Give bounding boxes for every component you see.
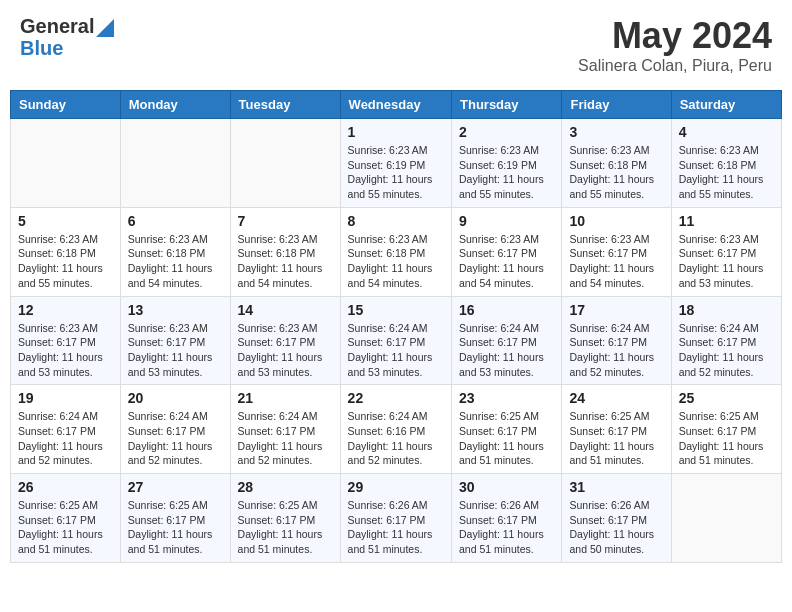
day-info: Sunrise: 6:25 AM Sunset: 6:17 PM Dayligh… [679,409,774,468]
day-info: Sunrise: 6:23 AM Sunset: 6:17 PM Dayligh… [459,232,554,291]
calendar-cell: 17Sunrise: 6:24 AM Sunset: 6:17 PM Dayli… [562,296,671,385]
calendar-week-row: 1Sunrise: 6:23 AM Sunset: 6:19 PM Daylig… [11,119,782,208]
title-section: May 2024 Salinera Colan, Piura, Peru [578,15,772,75]
day-info: Sunrise: 6:23 AM Sunset: 6:17 PM Dayligh… [18,321,113,380]
calendar-cell [11,119,121,208]
weekday-header-sunday: Sunday [11,91,121,119]
calendar-cell: 1Sunrise: 6:23 AM Sunset: 6:19 PM Daylig… [340,119,451,208]
day-info: Sunrise: 6:24 AM Sunset: 6:17 PM Dayligh… [459,321,554,380]
day-number: 11 [679,213,774,229]
calendar-cell: 12Sunrise: 6:23 AM Sunset: 6:17 PM Dayli… [11,296,121,385]
weekday-header-saturday: Saturday [671,91,781,119]
day-info: Sunrise: 6:25 AM Sunset: 6:17 PM Dayligh… [18,498,113,557]
calendar-cell: 2Sunrise: 6:23 AM Sunset: 6:19 PM Daylig… [452,119,562,208]
day-info: Sunrise: 6:25 AM Sunset: 6:17 PM Dayligh… [569,409,663,468]
day-number: 19 [18,390,113,406]
calendar-cell: 16Sunrise: 6:24 AM Sunset: 6:17 PM Dayli… [452,296,562,385]
day-info: Sunrise: 6:24 AM Sunset: 6:17 PM Dayligh… [128,409,223,468]
day-info: Sunrise: 6:23 AM Sunset: 6:18 PM Dayligh… [238,232,333,291]
day-number: 3 [569,124,663,140]
day-info: Sunrise: 6:23 AM Sunset: 6:18 PM Dayligh… [128,232,223,291]
day-number: 1 [348,124,444,140]
day-number: 25 [679,390,774,406]
day-info: Sunrise: 6:24 AM Sunset: 6:17 PM Dayligh… [569,321,663,380]
logo-blue: Blue [20,37,114,60]
day-number: 7 [238,213,333,229]
calendar-table: SundayMondayTuesdayWednesdayThursdayFrid… [10,90,782,563]
day-number: 27 [128,479,223,495]
calendar-cell [230,119,340,208]
day-number: 10 [569,213,663,229]
day-number: 15 [348,302,444,318]
day-info: Sunrise: 6:23 AM Sunset: 6:17 PM Dayligh… [238,321,333,380]
calendar-cell: 3Sunrise: 6:23 AM Sunset: 6:18 PM Daylig… [562,119,671,208]
calendar-cell: 5Sunrise: 6:23 AM Sunset: 6:18 PM Daylig… [11,207,121,296]
day-number: 6 [128,213,223,229]
svg-marker-0 [96,19,114,37]
calendar-week-row: 26Sunrise: 6:25 AM Sunset: 6:17 PM Dayli… [11,474,782,563]
day-info: Sunrise: 6:23 AM Sunset: 6:17 PM Dayligh… [679,232,774,291]
weekday-header-row: SundayMondayTuesdayWednesdayThursdayFrid… [11,91,782,119]
day-info: Sunrise: 6:23 AM Sunset: 6:17 PM Dayligh… [569,232,663,291]
day-number: 30 [459,479,554,495]
logo-bird-icon [96,19,114,37]
logo-general: General [20,15,94,37]
weekday-header-friday: Friday [562,91,671,119]
day-number: 16 [459,302,554,318]
day-number: 26 [18,479,113,495]
calendar-cell: 26Sunrise: 6:25 AM Sunset: 6:17 PM Dayli… [11,474,121,563]
day-number: 17 [569,302,663,318]
page-header: General Blue May 2024 Salinera Colan, Pi… [10,10,782,80]
month-title: May 2024 [578,15,772,57]
day-number: 2 [459,124,554,140]
logo: General Blue [20,15,114,60]
calendar-cell: 27Sunrise: 6:25 AM Sunset: 6:17 PM Dayli… [120,474,230,563]
weekday-header-thursday: Thursday [452,91,562,119]
day-info: Sunrise: 6:24 AM Sunset: 6:17 PM Dayligh… [348,321,444,380]
day-info: Sunrise: 6:26 AM Sunset: 6:17 PM Dayligh… [348,498,444,557]
calendar-cell: 19Sunrise: 6:24 AM Sunset: 6:17 PM Dayli… [11,385,121,474]
day-number: 4 [679,124,774,140]
day-number: 8 [348,213,444,229]
calendar-cell: 11Sunrise: 6:23 AM Sunset: 6:17 PM Dayli… [671,207,781,296]
day-info: Sunrise: 6:24 AM Sunset: 6:17 PM Dayligh… [238,409,333,468]
calendar-cell: 25Sunrise: 6:25 AM Sunset: 6:17 PM Dayli… [671,385,781,474]
location-title: Salinera Colan, Piura, Peru [578,57,772,75]
day-info: Sunrise: 6:26 AM Sunset: 6:17 PM Dayligh… [569,498,663,557]
day-info: Sunrise: 6:24 AM Sunset: 6:17 PM Dayligh… [679,321,774,380]
calendar-cell: 18Sunrise: 6:24 AM Sunset: 6:17 PM Dayli… [671,296,781,385]
day-number: 28 [238,479,333,495]
day-number: 12 [18,302,113,318]
calendar-cell: 31Sunrise: 6:26 AM Sunset: 6:17 PM Dayli… [562,474,671,563]
day-info: Sunrise: 6:25 AM Sunset: 6:17 PM Dayligh… [459,409,554,468]
day-info: Sunrise: 6:23 AM Sunset: 6:18 PM Dayligh… [348,232,444,291]
day-info: Sunrise: 6:23 AM Sunset: 6:18 PM Dayligh… [18,232,113,291]
day-info: Sunrise: 6:25 AM Sunset: 6:17 PM Dayligh… [128,498,223,557]
calendar-cell: 10Sunrise: 6:23 AM Sunset: 6:17 PM Dayli… [562,207,671,296]
day-number: 9 [459,213,554,229]
day-info: Sunrise: 6:24 AM Sunset: 6:16 PM Dayligh… [348,409,444,468]
calendar-cell [671,474,781,563]
day-number: 20 [128,390,223,406]
day-info: Sunrise: 6:24 AM Sunset: 6:17 PM Dayligh… [18,409,113,468]
calendar-cell: 8Sunrise: 6:23 AM Sunset: 6:18 PM Daylig… [340,207,451,296]
day-number: 14 [238,302,333,318]
day-number: 21 [238,390,333,406]
calendar-cell: 28Sunrise: 6:25 AM Sunset: 6:17 PM Dayli… [230,474,340,563]
calendar-cell: 7Sunrise: 6:23 AM Sunset: 6:18 PM Daylig… [230,207,340,296]
day-info: Sunrise: 6:25 AM Sunset: 6:17 PM Dayligh… [238,498,333,557]
weekday-header-wednesday: Wednesday [340,91,451,119]
day-number: 13 [128,302,223,318]
day-info: Sunrise: 6:23 AM Sunset: 6:19 PM Dayligh… [348,143,444,202]
day-number: 24 [569,390,663,406]
day-number: 22 [348,390,444,406]
day-info: Sunrise: 6:23 AM Sunset: 6:17 PM Dayligh… [128,321,223,380]
calendar-cell: 6Sunrise: 6:23 AM Sunset: 6:18 PM Daylig… [120,207,230,296]
day-number: 29 [348,479,444,495]
calendar-week-row: 19Sunrise: 6:24 AM Sunset: 6:17 PM Dayli… [11,385,782,474]
calendar-cell: 22Sunrise: 6:24 AM Sunset: 6:16 PM Dayli… [340,385,451,474]
weekday-header-monday: Monday [120,91,230,119]
day-info: Sunrise: 6:23 AM Sunset: 6:18 PM Dayligh… [679,143,774,202]
weekday-header-tuesday: Tuesday [230,91,340,119]
calendar-cell: 9Sunrise: 6:23 AM Sunset: 6:17 PM Daylig… [452,207,562,296]
